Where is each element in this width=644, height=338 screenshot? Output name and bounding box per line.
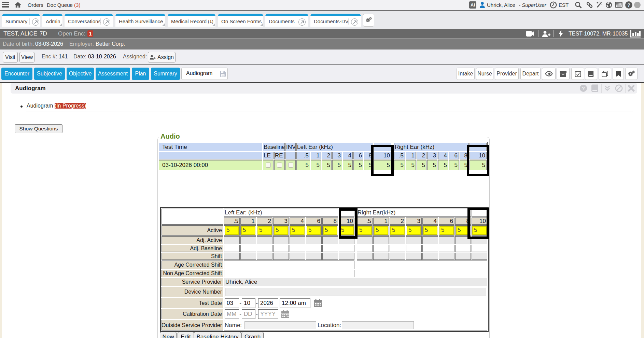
svg-text:?: ? [582,85,585,91]
